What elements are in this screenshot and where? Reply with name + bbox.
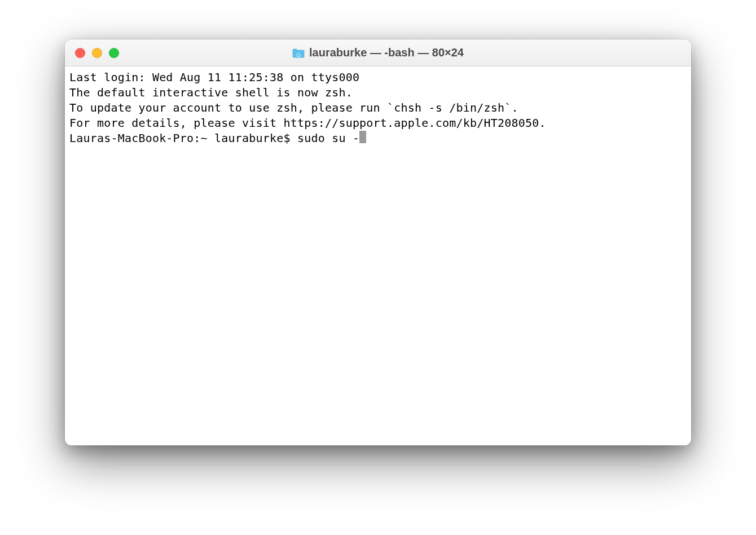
terminal-content[interactable]: Last login: Wed Aug 11 11:25:38 on ttys0… <box>65 67 691 445</box>
window-title: lauraburke — -bash — 80×24 <box>309 46 464 59</box>
title-container: lauraburke — -bash — 80×24 <box>65 46 691 59</box>
terminal-line: For more details, please visit https://s… <box>69 116 687 131</box>
shell-prompt: Lauras-MacBook-Pro:~ lauraburke$ <box>69 131 297 146</box>
terminal-window: lauraburke — -bash — 80×24 Last login: W… <box>65 39 691 445</box>
terminal-line: To update your account to use zsh, pleas… <box>69 100 687 116</box>
traffic-lights <box>65 48 119 58</box>
zoom-button[interactable] <box>109 48 119 58</box>
terminal-line: The default interactive shell is now zsh… <box>69 85 687 100</box>
minimize-button[interactable] <box>92 48 102 58</box>
window-titlebar[interactable]: lauraburke — -bash — 80×24 <box>65 39 691 67</box>
terminal-line: Last login: Wed Aug 11 11:25:38 on ttys0… <box>69 70 687 85</box>
close-button[interactable] <box>75 48 85 58</box>
typed-command: sudo su - <box>297 131 359 146</box>
prompt-line: Lauras-MacBook-Pro:~ lauraburke$ sudo su… <box>69 131 687 146</box>
cursor <box>359 131 366 143</box>
home-folder-icon <box>292 48 305 58</box>
